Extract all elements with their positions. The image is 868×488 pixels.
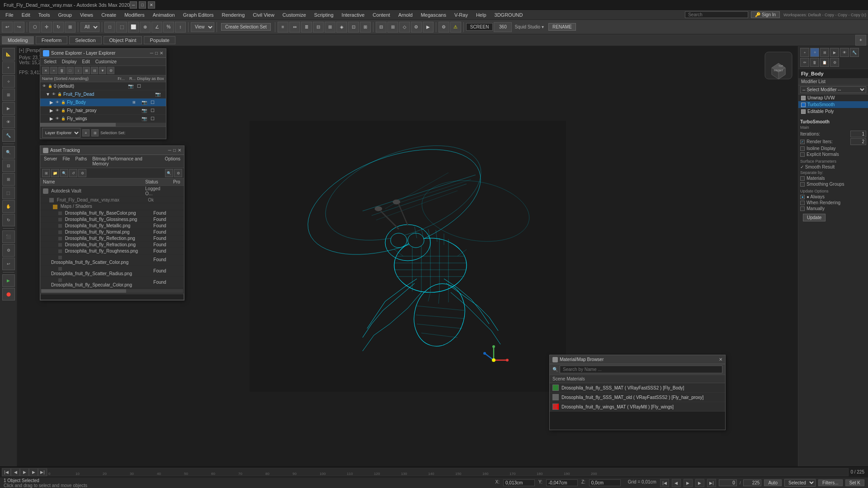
normal-align-btn[interactable]: ⊞ (325, 22, 335, 33)
menu-civil-view[interactable]: Civil View (249, 11, 278, 19)
menu-3dground[interactable]: 3DGROUND (491, 11, 527, 19)
mat-item-sss[interactable]: Drosophila_fruit_fly_SSS_MAT ( VRayFastS… (550, 383, 725, 393)
command-panel-btn[interactable]: 📐 (2, 48, 15, 61)
percent-snap-btn[interactable]: % (163, 22, 174, 33)
hierarchy-btn[interactable]: ⊞ (2, 89, 15, 101)
menu-arnold[interactable]: Arnold (395, 11, 416, 19)
total-frames-input[interactable] (743, 479, 761, 486)
at-path-input[interactable] (40, 294, 184, 300)
le-sort-btn[interactable]: ↕ (75, 67, 82, 74)
view-dropdown[interactable]: View (191, 22, 214, 32)
layer-mgr-btn[interactable]: ⊟ (376, 22, 387, 33)
minimize-btn[interactable]: ─ (130, 1, 137, 9)
at-btn4[interactable]: ↺ (69, 169, 77, 177)
modifier-unwrap-uvw[interactable]: Unwrap UVW (798, 94, 868, 101)
layer-explorer-close[interactable]: ✕ (160, 51, 163, 56)
max-viewport-btn[interactable]: ⬛ (2, 230, 15, 243)
pan-btn[interactable]: ✋ (2, 200, 15, 213)
auto-key-btn[interactable]: Auto (764, 479, 782, 486)
mb-search-input[interactable] (560, 366, 722, 373)
layer-footer-dropdown[interactable]: Layer Explorer (42, 128, 80, 138)
zoom-btn[interactable]: 🔍 (2, 146, 15, 159)
utilities-btn[interactable]: 🔧 (2, 129, 15, 142)
prev-frame-btn[interactable]: ◀ (11, 468, 20, 476)
selected-mode-dropdown[interactable]: Selected (784, 479, 816, 487)
menu-customize[interactable]: Customize (279, 11, 310, 19)
select-object-btn[interactable]: □ (104, 22, 115, 33)
layer-row-hairproxy[interactable]: ▶ 👁 🔒 Fly_hair_proxy 📷 ☐ (40, 107, 166, 115)
rp-motion-icon[interactable]: ▶ (830, 48, 839, 57)
modify-panel-btn[interactable]: ⟡ (2, 75, 15, 88)
at-row-roughness[interactable]: Drosophila_fruit_fly_Roughness.png Found (40, 248, 184, 254)
mb-close[interactable]: ✕ (719, 357, 722, 362)
menu-file[interactable]: File (2, 11, 17, 19)
le-options-btn[interactable]: ⚙ (107, 67, 114, 74)
named-selection-btn[interactable]: ≡ (278, 22, 288, 33)
modifier-turbosmooth[interactable]: TurboSmooth (798, 101, 868, 108)
rp-display-icon[interactable]: 👁 (840, 48, 849, 57)
menu-views[interactable]: Views (76, 11, 97, 19)
viewport[interactable]: [+] [Perspective] [Standard] [Edged Face… (17, 46, 798, 466)
rename-btn[interactable]: RENAME (548, 23, 576, 31)
set-k-btn[interactable]: Set K (845, 479, 864, 486)
spinner-snap-btn[interactable]: ↕ (175, 22, 186, 33)
menu-scripting[interactable]: Scripting (311, 11, 337, 19)
animate-btn[interactable]: ⬤ (2, 288, 15, 300)
at-row-vault[interactable]: Autodesk Vault Logged O... (40, 186, 184, 197)
nav-cube[interactable]: FRONT TOP (763, 50, 794, 81)
at-row-gloss[interactable]: Drosophila_fruit_fly_Glossiness.png Foun… (40, 216, 184, 222)
window-crossing-btn[interactable]: ⬜ (128, 22, 139, 33)
at-btn1[interactable]: ⊞ (42, 169, 50, 177)
le-menu-edit[interactable]: Edit (80, 59, 92, 65)
menu-graph-editors[interactable]: Graph Editors (179, 11, 217, 19)
warning-btn[interactable]: ⚠ (450, 22, 461, 33)
create-panel-btn[interactable]: + (2, 61, 15, 74)
ts-manually-radio[interactable] (800, 206, 805, 211)
sb-play[interactable]: ▶ (684, 479, 693, 487)
ts-explicit-checkbox[interactable] (800, 152, 805, 157)
at-btn2[interactable]: 📁 (51, 169, 59, 177)
x-input[interactable] (503, 479, 535, 486)
create-selection-btn[interactable]: Create Selection Set (221, 23, 271, 31)
zoom-all-btn[interactable]: ⊟ (2, 160, 15, 172)
at-menu-bitmap[interactable]: Bitmap Performance and Memory (90, 156, 161, 167)
menu-vray[interactable]: V-Ray (451, 11, 472, 19)
filter-btn[interactable]: Filters... (818, 479, 843, 486)
sb-go-start[interactable]: |◀ (660, 479, 669, 487)
le-select-btn[interactable]: □ (66, 67, 74, 74)
motion-btn[interactable]: ▶ (2, 102, 15, 115)
select-btn[interactable]: ⬡ (29, 22, 40, 33)
move-btn[interactable]: ✛ (41, 22, 52, 33)
selection-filter-dropdown[interactable]: All (80, 22, 99, 32)
z-input[interactable] (589, 479, 621, 486)
align-camera-btn[interactable]: ⊡ (348, 22, 359, 33)
layer-explorer-maximize[interactable]: □ (155, 51, 158, 56)
menu-content[interactable]: Content (369, 11, 394, 19)
at-menu-file[interactable]: File (61, 156, 71, 167)
le-menu-customize[interactable]: Customize (94, 59, 118, 65)
menu-search-input[interactable] (685, 11, 748, 18)
ts-when-render-radio[interactable] (800, 201, 805, 205)
tab-modeling[interactable]: Modeling (2, 36, 34, 44)
arc-rotate-btn[interactable]: ↻ (2, 214, 15, 226)
rp-trash-icon[interactable]: 🗑 (810, 58, 819, 67)
at-menu-options[interactable]: Options (163, 156, 182, 167)
at-minimize[interactable]: ─ (168, 148, 171, 153)
timeline-track[interactable]: 0 10 20 30 40 50 60 70 80 90 100 110 120… (47, 468, 849, 476)
le-add-btn[interactable]: + (50, 67, 57, 74)
tab-populate[interactable]: Populate (144, 36, 175, 44)
le-footer-btn2[interactable]: ⊞ (91, 129, 99, 136)
at-row-basecolor[interactable]: Drosophila_fruit_fly_BaseColor.png Found (40, 210, 184, 216)
ts-iterations-input[interactable] (850, 131, 866, 137)
tab-selection[interactable]: Selection (69, 36, 101, 44)
menu-modifiers[interactable]: Modifiers (121, 11, 148, 19)
undo-btn[interactable]: ↩ (2, 22, 13, 33)
rp-modify-icon[interactable]: ⟡ (810, 48, 819, 57)
display-btn[interactable]: 👁 (2, 116, 15, 128)
quick-align-btn[interactable]: ⊟ (313, 22, 324, 33)
le-collapse-btn[interactable]: ⊟ (91, 67, 98, 74)
y-input[interactable] (546, 479, 578, 486)
render-btn[interactable]: ▶ (423, 22, 434, 33)
layer-hscrollbar[interactable] (40, 123, 166, 127)
layer-row-default[interactable]: 👁 🔒 0 (default) 📷 ☐ (40, 82, 166, 90)
